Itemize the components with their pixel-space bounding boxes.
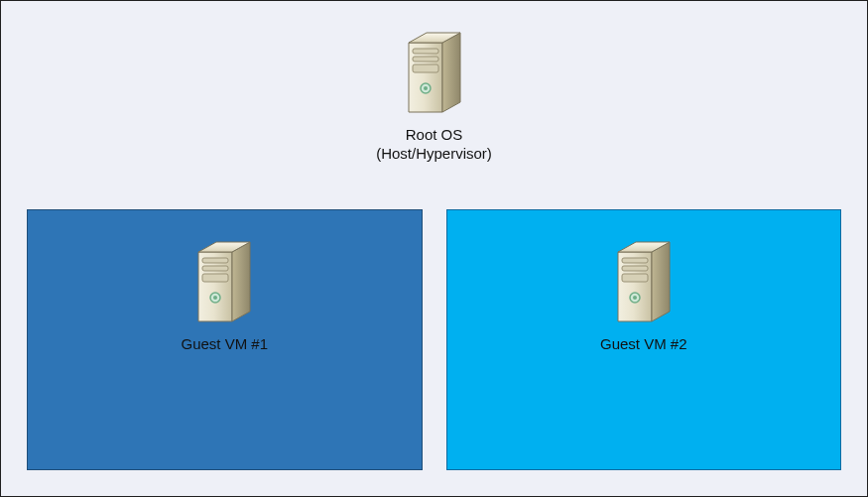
svg-rect-11 <box>202 258 228 263</box>
guest-vm-row: Guest VM #1 <box>27 209 841 470</box>
svg-rect-20 <box>622 266 648 271</box>
root-os-block: Root OS (Host/Hypervisor) <box>1 27 867 164</box>
svg-rect-4 <box>413 57 438 62</box>
guest-vm-1-inner: Guest VM #1 <box>28 236 422 352</box>
root-os-label: Root OS (Host/Hypervisor) <box>1 126 867 164</box>
guest-vm-2-box: Guest VM #2 <box>446 209 842 470</box>
svg-point-7 <box>424 86 428 90</box>
svg-point-23 <box>633 296 637 300</box>
server-tower-icon <box>192 236 256 325</box>
guest-vm-2-label: Guest VM #2 <box>447 335 841 352</box>
guest-vm-2-inner: Guest VM #2 <box>447 236 841 352</box>
svg-rect-3 <box>413 49 438 54</box>
server-tower-icon <box>403 27 466 116</box>
svg-point-15 <box>213 296 217 300</box>
guest-vm-1-label: Guest VM #1 <box>28 335 422 352</box>
svg-rect-21 <box>622 274 648 282</box>
svg-rect-5 <box>413 64 438 72</box>
svg-marker-17 <box>652 242 670 321</box>
svg-rect-12 <box>202 266 228 271</box>
svg-marker-1 <box>442 33 460 112</box>
svg-marker-9 <box>232 242 250 321</box>
root-os-label-line1: Root OS <box>1 126 867 145</box>
server-tower-icon <box>612 236 676 325</box>
guest-vm-1-box: Guest VM #1 <box>27 209 423 470</box>
diagram-canvas: Root OS (Host/Hypervisor) <box>0 0 868 497</box>
svg-rect-19 <box>622 258 648 263</box>
svg-rect-13 <box>202 274 228 282</box>
root-os-label-line2: (Host/Hypervisor) <box>1 145 867 164</box>
